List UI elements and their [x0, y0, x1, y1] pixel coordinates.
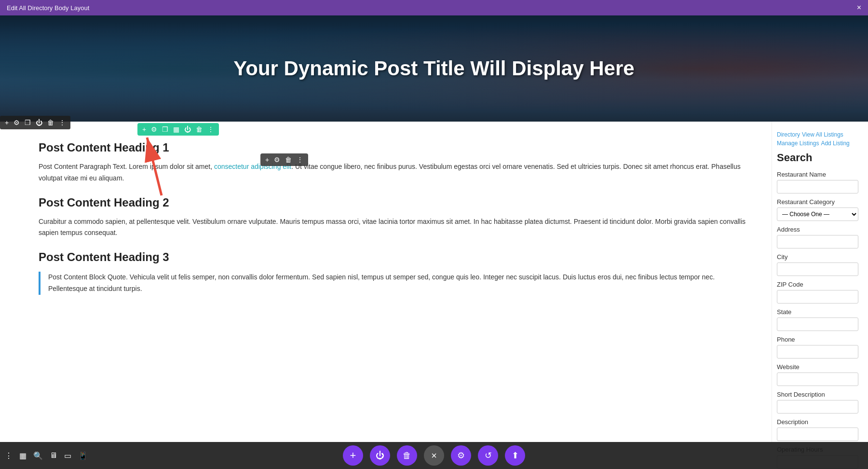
section-grid-icon[interactable]: ▦	[173, 125, 179, 133]
label-address: Address	[777, 226, 858, 233]
input-website[interactable]	[777, 372, 858, 386]
para1-text-before: Post Content Paragraph Text. Lorem ipsum…	[39, 163, 214, 170]
label-phone: Phone	[777, 336, 858, 343]
bottom-add-button[interactable]: +	[343, 445, 363, 466]
blockquote: Post Content Block Quote. Vehicula velit…	[39, 272, 752, 295]
main-area: Post Content Heading 1 Post Content Para…	[0, 122, 868, 469]
label-website: Website	[777, 363, 858, 371]
bottom-toolbar: ⋮ ▦ 🔍 🖥 ▭ 📱 + ⏻ 🗑 × ⚙ ↺ ⬆	[0, 442, 868, 469]
heading-1: Post Content Heading 1	[39, 141, 752, 154]
inner-add-icon[interactable]: +	[265, 156, 269, 164]
paragraph-2: Curabitur a commodo sapien, at pellentes…	[39, 216, 752, 239]
section-settings-icon[interactable]: ⚙	[151, 125, 157, 133]
sidebar: Directory View All Listings Manage Listi…	[772, 122, 868, 469]
blockquote-text: Post Content Block Quote. Vehicula velit…	[48, 272, 752, 295]
bottom-more-icon[interactable]: ⋮	[5, 451, 13, 460]
input-restaurant-name[interactable]	[777, 180, 858, 193]
close-icon[interactable]: ×	[857, 3, 861, 12]
bottom-left-icons: ⋮ ▦ 🔍 🖥 ▭ 📱	[5, 451, 88, 460]
label-city: City	[777, 253, 858, 261]
more-icon[interactable]: ⋮	[59, 119, 66, 126]
label-restaurant-name: Restaurant Name	[777, 171, 858, 178]
search-title: Search	[777, 152, 858, 164]
nav-manage[interactable]: Manage Listings	[777, 140, 819, 147]
section-duplicate-icon[interactable]: ❒	[162, 125, 168, 133]
power-icon[interactable]: ⏻	[36, 119, 42, 126]
sidebar-nav: Directory View All Listings Manage Listi…	[777, 131, 858, 147]
bottom-tablet-icon[interactable]: ▭	[64, 451, 71, 460]
content-area: Post Content Heading 1 Post Content Para…	[39, 141, 752, 295]
hero-title: Your Dynamic Post Title Will Display Her…	[233, 57, 634, 80]
inner-delete-icon[interactable]: 🗑	[285, 156, 292, 164]
select-restaurant-category[interactable]: — Choose One —	[777, 207, 858, 221]
label-short-desc: Short Description	[777, 391, 858, 398]
bottom-close-button[interactable]: ×	[424, 445, 444, 466]
duplicate-icon[interactable]: ❒	[25, 119, 31, 126]
bottom-delete-button[interactable]: 🗑	[397, 445, 417, 466]
bottom-search-icon[interactable]: 🔍	[33, 451, 43, 460]
section-power-icon[interactable]: ⏻	[184, 125, 191, 133]
bottom-mobile-icon[interactable]: 📱	[78, 451, 88, 460]
section-more-icon[interactable]: ⋮	[207, 125, 214, 133]
bottom-rotate-button[interactable]: ↺	[478, 445, 498, 466]
input-zip[interactable]	[777, 290, 858, 303]
content-wrapper: Post Content Heading 1 Post Content Para…	[0, 122, 868, 469]
bottom-settings-button[interactable]: ⚙	[451, 445, 471, 466]
nav-directory[interactable]: Directory	[777, 131, 800, 138]
section-add-icon[interactable]: +	[142, 125, 146, 133]
label-state: State	[777, 308, 858, 316]
delete-icon[interactable]: 🗑	[47, 119, 54, 126]
hero-section: Your Dynamic Post Title Will Display Her…	[0, 15, 868, 122]
add-icon[interactable]: +	[5, 119, 9, 126]
bottom-power-button[interactable]: ⏻	[370, 445, 390, 466]
section-delete-icon[interactable]: 🗑	[196, 125, 203, 133]
inner-settings-icon[interactable]: ⚙	[274, 156, 280, 164]
bottom-upload-button[interactable]: ⬆	[505, 445, 525, 466]
bottom-desktop-icon[interactable]: 🖥	[50, 451, 57, 460]
label-zip: ZIP Code	[777, 281, 858, 288]
input-short-desc[interactable]	[777, 400, 858, 414]
inner-toolbar[interactable]: + ⚙ 🗑 ⋮	[260, 153, 308, 166]
nav-add[interactable]: Add Listing	[821, 140, 849, 147]
input-phone[interactable]	[777, 345, 858, 359]
input-description[interactable]	[777, 428, 858, 441]
left-toolbar[interactable]: + ⚙ ❒ ⏻ 🗑 ⋮	[0, 116, 70, 129]
top-bar-title: Edit All Directory Body Layout	[7, 4, 89, 12]
input-address[interactable]	[777, 235, 858, 248]
bottom-grid-icon[interactable]: ▦	[19, 451, 27, 460]
heading-3: Post Content Heading 3	[39, 250, 752, 264]
settings-icon[interactable]: ⚙	[14, 119, 20, 126]
paragraph-1: Post Content Paragraph Text. Lorem ipsum…	[39, 161, 752, 184]
nav-view-all[interactable]: View All Listings	[802, 131, 843, 138]
section-toolbar[interactable]: + ⚙ ❒ ▦ ⏻ 🗑 ⋮	[137, 123, 219, 136]
label-restaurant-category: Restaurant Category	[777, 198, 858, 206]
input-state[interactable]	[777, 317, 858, 331]
inner-more-icon[interactable]: ⋮	[297, 156, 303, 164]
label-description: Description	[777, 418, 858, 426]
main-content: Post Content Heading 1 Post Content Para…	[0, 122, 772, 469]
top-bar: Edit All Directory Body Layout ×	[0, 0, 868, 15]
input-city[interactable]	[777, 262, 858, 276]
heading-2: Post Content Heading 2	[39, 196, 752, 209]
